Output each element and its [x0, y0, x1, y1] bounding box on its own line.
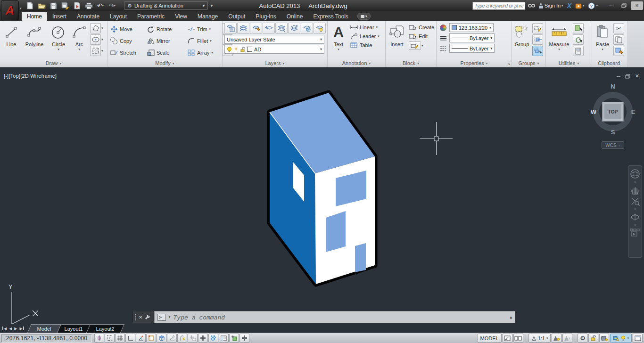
ellipse-button[interactable] — [90, 34, 101, 45]
dynamic-input-toggle[interactable] — [188, 334, 198, 343]
fillet-button[interactable]: Fillet▾ — [186, 37, 221, 45]
measure-button[interactable]: Measure ▾ — [547, 22, 571, 58]
layer-unisolate-button[interactable] — [288, 23, 300, 34]
autoscale-button[interactable] — [562, 334, 572, 343]
save-button[interactable] — [48, 1, 58, 10]
layers-panel-label[interactable]: Layers — [223, 59, 327, 67]
redo-dropdown-icon[interactable]: ▾ — [114, 4, 116, 8]
command-input[interactable] — [173, 314, 507, 321]
viewcube-north[interactable]: N — [611, 83, 615, 90]
new-file-button[interactable] — [25, 1, 35, 10]
edit-attributes-dropdown-icon[interactable]: ▾ — [421, 44, 423, 48]
showmotion-icon[interactable] — [630, 229, 640, 237]
tab-model[interactable]: Model — [27, 324, 61, 333]
utilities-panel-label[interactable]: Utilities — [546, 59, 592, 67]
infocenter-search-input[interactable] — [472, 2, 525, 10]
edit-block-button[interactable]: Edit — [407, 33, 434, 40]
lineweight-icon[interactable] — [439, 35, 447, 41]
command-close-icon[interactable]: ✕ — [139, 315, 142, 320]
viewcube-east[interactable]: E — [631, 108, 636, 115]
ortho-mode-toggle[interactable] — [125, 334, 135, 343]
paste-dropdown-icon[interactable]: ▾ — [602, 48, 603, 51]
viewcube-south[interactable]: S — [611, 129, 615, 136]
tab-online[interactable]: Online — [281, 12, 308, 21]
paste-button[interactable]: Paste ▾ — [593, 22, 612, 58]
scale-button[interactable]: Scale — [145, 49, 186, 57]
drawing-area[interactable]: [-][Top][2D Wireframe] ─ ✕ — [0, 67, 644, 324]
properties-dialog-launcher-icon[interactable]: ⇘ — [507, 61, 511, 66]
tab-express-tools[interactable]: Express Tools — [308, 12, 353, 21]
tab-manage[interactable]: Manage — [192, 12, 223, 21]
create-block-button[interactable]: Create — [407, 24, 434, 31]
clipboard-panel-label[interactable]: Clipboard — [592, 59, 627, 67]
tab-layout2[interactable]: Layout2 — [86, 324, 124, 333]
polyline-button[interactable]: Polyline — [22, 22, 47, 58]
linetype-icon[interactable] — [439, 46, 447, 51]
grid-display-toggle[interactable] — [115, 334, 125, 343]
search-button[interactable] — [527, 3, 536, 8]
groups-panel-label[interactable]: Groups — [512, 59, 545, 67]
layout-button[interactable] — [503, 334, 512, 343]
array-button[interactable]: Array▾ — [186, 49, 221, 57]
quick-select-button[interactable] — [573, 23, 584, 33]
calculator-button[interactable] — [573, 46, 584, 56]
signin-button[interactable]: Sign In ▾ — [538, 3, 564, 8]
lineweight-toggle[interactable] — [198, 334, 208, 343]
coordinates-readout[interactable]: 2076.1621, -1138.4861, 0.0000 — [1, 334, 92, 343]
viewcube-top-face[interactable]: TOP — [602, 102, 624, 122]
model-window-lower[interactable] — [355, 243, 366, 272]
cut-button[interactable]: ✂ — [613, 23, 624, 33]
mirror-button[interactable]: Mirror — [145, 37, 186, 45]
redo-button[interactable]: ↷▾ — [107, 1, 117, 10]
modify-panel-label[interactable]: Modify — [107, 59, 222, 67]
hardware-acceleration-button[interactable] — [599, 334, 609, 343]
circle-dropdown-icon[interactable]: ▾ — [58, 48, 59, 51]
block-panel-label[interactable]: Block — [386, 59, 436, 67]
orbit-dropdown-icon[interactable]: ▾ — [634, 223, 636, 227]
trim-dropdown-icon[interactable]: ▾ — [209, 27, 211, 31]
command-history-up-icon[interactable]: ▴ — [510, 315, 512, 319]
transparency-toggle[interactable] — [208, 334, 218, 343]
quick-calc-select-button[interactable] — [573, 34, 584, 45]
qat-customize-icon[interactable]: ▼ — [210, 4, 214, 8]
wcs-menu-button[interactable]: WCS — [602, 141, 624, 149]
minimize-button[interactable]: ─ — [604, 1, 617, 10]
polygon-dropdown-icon[interactable]: ▾ — [101, 26, 103, 30]
quick-view-layouts-button[interactable] — [513, 334, 523, 343]
ungroup-button[interactable] — [532, 23, 543, 33]
quick-properties-toggle[interactable] — [219, 334, 229, 343]
hatch-dropdown-icon[interactable]: ▾ — [101, 49, 103, 53]
layer-on-bulb-icon[interactable] — [227, 47, 232, 52]
plot-preview-button[interactable] — [72, 1, 82, 10]
text-button[interactable]: A Text ▾ — [329, 22, 348, 58]
snap-mode-toggle[interactable] — [105, 334, 115, 343]
first-tab-button[interactable]: ◀ — [2, 327, 7, 331]
polar-tracking-toggle[interactable] — [136, 334, 146, 343]
tab-view[interactable]: View — [170, 12, 192, 21]
stretch-button[interactable]: Stretch — [108, 49, 145, 57]
annotation-panel-label[interactable]: Annotation — [328, 59, 385, 67]
rotate-button[interactable]: Rotate — [145, 25, 186, 33]
layer-dropdown[interactable]: ☀ AD ▾ — [224, 45, 324, 54]
dynamic-ucs-toggle[interactable] — [177, 334, 187, 343]
steering-wheel-icon[interactable] — [630, 169, 640, 179]
properties-panel-label[interactable]: Properties — [437, 59, 512, 67]
copy-clip-button[interactable] — [613, 34, 624, 45]
drag-grip-icon[interactable] — [135, 313, 136, 321]
tab-parametric[interactable]: Parametric — [132, 12, 170, 21]
workspace-switcher[interactable]: ⚙ Drafting & Annotation ▾ — [124, 1, 208, 10]
infer-constraints-toggle[interactable] — [94, 334, 104, 343]
copy-button[interactable]: Copy — [108, 37, 145, 45]
circle-button[interactable]: Circle ▾ — [47, 22, 70, 58]
array-dropdown-icon[interactable]: ▾ — [211, 51, 213, 55]
fillet-dropdown-icon[interactable]: ▾ — [210, 39, 212, 43]
leader-dropdown-icon[interactable]: ▾ — [378, 34, 380, 38]
open-file-button[interactable] — [36, 1, 47, 10]
layer-isolate-button[interactable] — [275, 23, 288, 34]
layer-properties-button[interactable] — [224, 23, 237, 34]
layer-freeze-sun-icon[interactable]: ☀ — [234, 46, 239, 52]
model-window-middle[interactable] — [326, 211, 346, 252]
pan-hand-icon[interactable] — [630, 186, 640, 195]
clean-screen-button[interactable] — [633, 334, 643, 343]
help-button[interactable]: ?▾ — [587, 2, 599, 9]
